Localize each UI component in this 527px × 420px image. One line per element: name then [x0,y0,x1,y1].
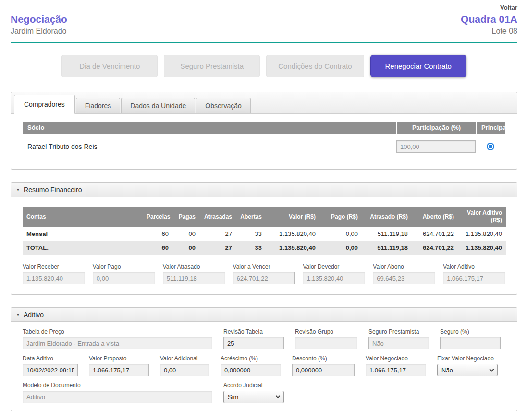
fin-col-atrasado: Atrasado (R$) [362,207,412,227]
seguro-pct-input[interactable] [440,337,501,349]
fin-col-pagas: Pagas [172,207,199,227]
revisao-tabela-input[interactable] [223,337,284,349]
dia-vencimento-button[interactable]: Dia de Vencimento [61,55,158,77]
fixar-valor-negociado-label: Fixar Valor Negociado [437,355,498,362]
revisao-grupo-input[interactable] [295,337,357,349]
chevron-down-icon [276,394,281,398]
cell-parcelas: 60 [143,227,172,241]
fixar-valor-negociado-select[interactable]: Não [437,364,498,376]
data-aditivo-label: Data Aditivo [23,355,78,362]
cell-aberto: 624.701,22 [412,241,458,255]
cell-atrasadas: 27 [199,241,236,255]
valor-pago-input[interactable] [93,272,155,284]
valor-atrasado-label: Valor Atrasado [163,263,225,270]
condicoes-contrato-button[interactable]: Condições do Contrato [266,55,364,77]
valor-adicional-input[interactable] [160,364,209,376]
valor-receber-input[interactable] [23,272,85,284]
page: Voltar Negociação Jardim Eldorado Quadra… [0,0,527,420]
tabela-preco-input[interactable] [23,337,212,349]
data-aditivo-input[interactable] [23,364,78,376]
aditivo-row-1: Tabela de Preço Revisão Tabela Revisão G… [23,328,505,349]
seguro-prestamista-input[interactable] [368,337,429,349]
tab-fiadores[interactable]: Fiadores [76,98,120,113]
cell-valor-aditivo: 1.135.820,40 [458,227,506,241]
cell-conta: Mensal [23,227,143,241]
financial-row-mensal: Mensal 60 00 27 33 1.135.820,40 0,00 511… [23,227,506,241]
buyer-row: Rafael Tributo dos Reis [23,134,505,159]
cell-valor: 1.135.820,40 [266,227,319,241]
seguro-prestamista-button[interactable]: Seguro Prestamista [164,55,260,77]
buyers-table: Sócio Participação (%) Principal Rafael … [23,122,505,159]
cell-pago: 0,00 [319,241,362,255]
cell-atrasado: 511.119,18 [362,241,412,255]
buyer-name: Rafael Tributo dos Reis [23,143,396,150]
desconto-pct-label: Desconto (%) [292,355,355,362]
acordo-judicial-select[interactable]: Sim [223,391,284,403]
participation-input[interactable] [396,140,476,153]
valor-aditivo-input[interactable] [443,272,505,284]
cell-pagas: 00 [172,227,199,241]
aditivo-title: Aditivo [24,311,44,319]
collapse-arrow-icon: ▾ [17,187,19,192]
valor-atrasado-input[interactable] [163,272,225,284]
valor-abono-input[interactable] [373,272,435,284]
valor-a-vencer-input[interactable] [233,272,295,284]
principal-radio[interactable] [487,143,494,150]
valor-devedor-label: Valor Devedor [303,263,365,270]
block-label: Quadra 01A [461,13,517,25]
col-header-principal: Principal [476,122,505,134]
chevron-down-icon [490,367,494,371]
valor-a-vencer-label: Valor a Vencer [233,263,295,270]
revisao-grupo-label: Revisão Grupo [295,328,357,335]
fixar-valor-negociado-value: Não [441,367,453,374]
seguro-pct-label: Seguro (%) [440,328,501,335]
financial-row-total: TOTAL: 60 00 27 33 1.135.820,40 0,00 511… [23,241,506,255]
aditivo-row-2: Data Aditivo Valor Proposto Valor Adicio… [23,355,505,376]
cell-pagas: 00 [172,241,199,255]
col-header-socio: Sócio [23,122,396,134]
cell-pago: 0,00 [319,227,362,241]
resumo-financeiro-title: Resumo Financeiro [24,186,82,194]
financial-table: Contas Parcelas Pagas Atrasadas Abertas … [23,207,506,255]
modelo-documento-label: Modelo de Documento [23,382,212,389]
acrescimo-pct-label: Acréscimo (%) [221,355,281,362]
valor-pago-label: Valor Pago [93,263,155,270]
collapse-arrow-icon: ▾ [17,312,19,317]
tab-observacao[interactable]: Observação [196,98,250,113]
header-left: Negociação Jardim Eldorado [11,13,67,36]
lot-label: Lote 08 [461,27,517,36]
desconto-pct-input[interactable] [292,364,355,376]
cell-atrasado: 511.119,18 [362,227,412,241]
acrescimo-pct-input[interactable] [221,364,281,376]
valor-adicional-label: Valor Adicional [160,355,209,362]
cell-aberto: 624.701,22 [412,227,458,241]
valor-aditivo-label: Valor Aditivo [443,263,505,270]
resumo-financeiro-content: Contas Parcelas Pagas Atrasadas Abertas … [11,197,517,294]
page-header: Negociação Jardim Eldorado Quadra 01A Lo… [11,12,517,43]
tab-strip: Compradores Fiadores Dados da Unidade Ob… [11,92,517,114]
fin-col-valor-aditivo: Valor Aditivo (R$) [458,207,506,227]
page-title: Negociação [11,13,67,25]
cell-valor-aditivo: 1.135.820,40 [458,241,506,255]
topbar: Voltar [11,0,517,12]
tab-dados-unidade[interactable]: Dados da Unidade [121,98,195,113]
valor-devedor-input[interactable] [303,272,365,284]
fin-col-pago: Pago (R$) [319,207,362,227]
acordo-judicial-label: Acordo Judicial [223,382,284,389]
back-link[interactable]: Voltar [500,4,517,11]
tab-compradores[interactable]: Compradores [14,95,75,114]
resumo-financeiro-header[interactable]: ▾ Resumo Financeiro [11,183,517,197]
valor-proposto-label: Valor Proposto [89,355,149,362]
modelo-documento-input[interactable] [23,391,212,403]
acordo-judicial-value: Sim [228,394,238,401]
aditivo-header[interactable]: ▾ Aditivo [11,308,517,322]
renegociar-contrato-button[interactable]: Renegociar Contrato [370,55,466,77]
resumo-financeiro-panel: ▾ Resumo Financeiro Contas Parcelas Paga… [11,182,517,295]
fin-col-parcelas: Parcelas [143,207,172,227]
valor-proposto-input[interactable] [89,364,149,376]
cell-abertas: 33 [236,227,266,241]
action-buttons: Dia de Vencimento Seguro Prestamista Con… [11,55,517,77]
valor-receber-label: Valor Receber [23,263,85,270]
valor-negociado-input[interactable] [366,364,426,376]
col-header-participacao: Participação (%) [396,122,476,134]
